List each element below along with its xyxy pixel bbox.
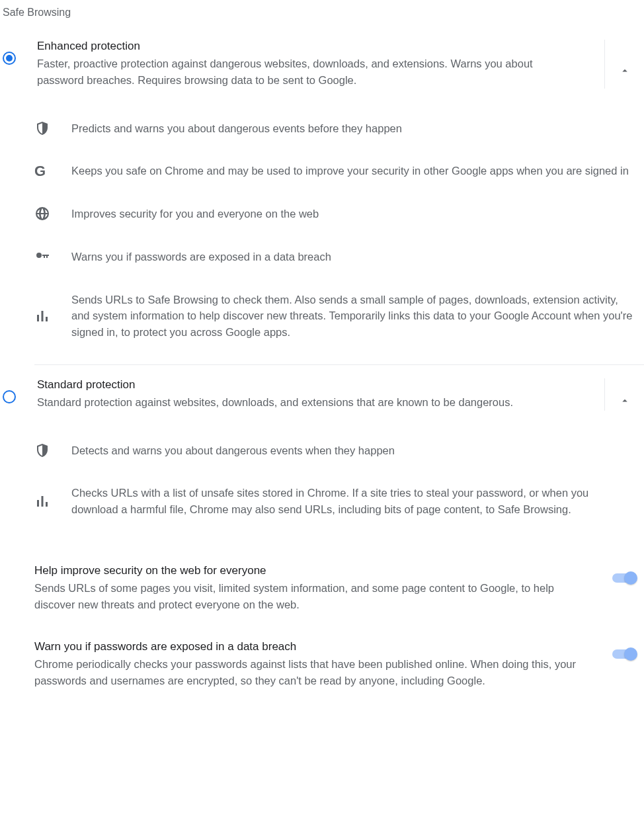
key-icon	[34, 249, 71, 265]
divider	[34, 364, 644, 365]
radio-standard[interactable]	[3, 390, 16, 403]
feature-row: Predicts and warns you about dangerous e…	[34, 107, 644, 150]
feature-text: Improves security for you and everyone o…	[71, 206, 637, 222]
feature-row: Checks URLs with a list of unsafe sites …	[34, 472, 644, 531]
feature-row: G Keeps you safe on Chrome and may be us…	[34, 149, 644, 192]
shield-icon	[34, 120, 71, 136]
feature-row: Warns you if passwords are exposed in a …	[34, 235, 644, 278]
standard-sub-settings: Help improve security on the web for eve…	[0, 531, 644, 703]
feature-row: Detects and warns you about dangerous ev…	[34, 429, 644, 472]
expand-enhanced[interactable]	[604, 40, 644, 89]
feature-row: Improves security for you and everyone o…	[34, 192, 644, 235]
option-title: Enhanced protection	[37, 40, 604, 53]
option-enhanced[interactable]: Enhanced protection Faster, proactive pr…	[0, 34, 644, 94]
toggle-improve-security[interactable]	[612, 573, 636, 583]
option-desc: Standard protection against websites, do…	[37, 394, 566, 411]
chevron-up-icon	[619, 395, 631, 407]
feature-text: Checks URLs with a list of unsafe sites …	[71, 485, 637, 518]
globe-icon	[34, 206, 71, 222]
feature-text: Warns you if passwords are exposed in a …	[71, 249, 637, 265]
standard-features: Detects and warns you about dangerous ev…	[0, 416, 644, 531]
toggle-password-breach[interactable]	[612, 649, 636, 659]
option-desc: Faster, proactive protection against dan…	[37, 56, 566, 89]
radio-enhanced[interactable]	[3, 52, 16, 65]
feature-text: Sends URLs to Safe Browsing to check the…	[71, 292, 637, 341]
chevron-up-icon	[619, 65, 631, 77]
sub-desc: Sends URLs of some pages you visit, limi…	[34, 580, 584, 614]
feature-text: Keeps you safe on Chrome and may be used…	[71, 163, 637, 179]
feature-text: Predicts and warns you about dangerous e…	[71, 120, 637, 137]
section-title: Safe Browsing	[0, 0, 644, 34]
option-title: Standard protection	[37, 378, 604, 392]
sub-password-breach: Warn you if passwords are exposed in a d…	[34, 627, 644, 703]
sub-title: Warn you if passwords are exposed in a d…	[34, 640, 584, 653]
feature-row: Sends URLs to Safe Browsing to check the…	[34, 278, 644, 354]
sub-title: Help improve security on the web for eve…	[34, 564, 584, 577]
feature-text: Detects and warns you about dangerous ev…	[71, 442, 637, 459]
sub-desc: Chrome periodically checks your password…	[34, 656, 584, 690]
option-standard[interactable]: Standard protection Standard protection …	[0, 373, 644, 416]
bar-chart-icon	[34, 308, 71, 324]
expand-standard[interactable]	[604, 378, 644, 411]
google-g-icon: G	[34, 163, 71, 179]
bar-chart-icon	[34, 493, 71, 509]
shield-icon	[34, 442, 71, 458]
enhanced-features: Predicts and warns you about dangerous e…	[0, 94, 644, 354]
sub-improve-security: Help improve security on the web for eve…	[34, 551, 644, 627]
